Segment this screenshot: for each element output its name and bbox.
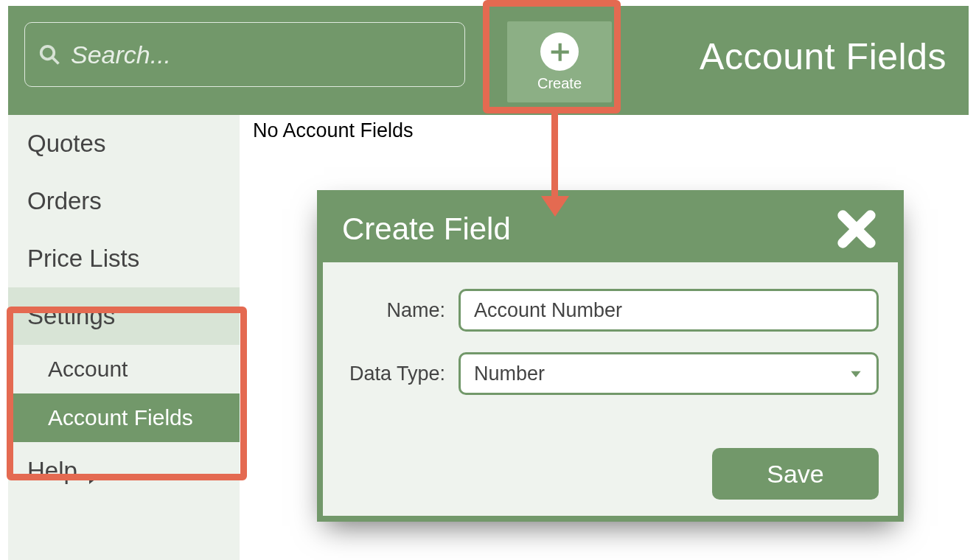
chevron-right-icon xyxy=(85,464,98,477)
search-icon xyxy=(38,43,60,66)
save-button[interactable]: Save xyxy=(712,448,879,500)
create-button[interactable]: Create xyxy=(507,21,612,102)
sidebar-item-orders[interactable]: Orders xyxy=(8,172,240,230)
sidebar-item-label: Help xyxy=(27,457,77,485)
data-type-value: Number xyxy=(474,363,545,385)
data-type-select[interactable]: Number xyxy=(459,352,879,395)
plus-icon xyxy=(540,32,579,71)
page-title: Account Fields xyxy=(700,35,947,78)
dialog-header: Create Field xyxy=(323,196,898,262)
close-icon[interactable] xyxy=(836,209,877,250)
sidebar-item-price-lists[interactable]: Price Lists xyxy=(8,230,240,287)
sidebar: Quotes Orders Price Lists Settings Accou… xyxy=(8,115,240,560)
search-field[interactable] xyxy=(24,22,465,87)
svg-line-1 xyxy=(52,57,59,64)
sidebar-sub-account-fields[interactable]: Account Fields xyxy=(8,393,240,442)
data-type-label: Data Type: xyxy=(342,363,445,385)
app-header: Create Account Fields xyxy=(8,6,969,115)
sidebar-item-settings[interactable]: Settings xyxy=(8,287,240,345)
save-button-label: Save xyxy=(767,460,824,489)
create-field-dialog: Create Field Name: Data Type: Number xyxy=(317,190,904,522)
svg-point-0 xyxy=(41,46,55,60)
name-input[interactable] xyxy=(459,289,879,332)
search-input[interactable] xyxy=(71,41,464,69)
empty-state-message: No Account Fields xyxy=(253,119,969,142)
chevron-down-icon xyxy=(848,366,863,381)
name-label: Name: xyxy=(342,299,445,322)
dialog-title: Create Field xyxy=(342,211,511,247)
sidebar-item-quotes[interactable]: Quotes xyxy=(8,115,240,172)
create-button-label: Create xyxy=(537,75,582,92)
sidebar-item-help[interactable]: Help xyxy=(8,442,240,500)
sidebar-sub-account[interactable]: Account xyxy=(8,345,240,393)
